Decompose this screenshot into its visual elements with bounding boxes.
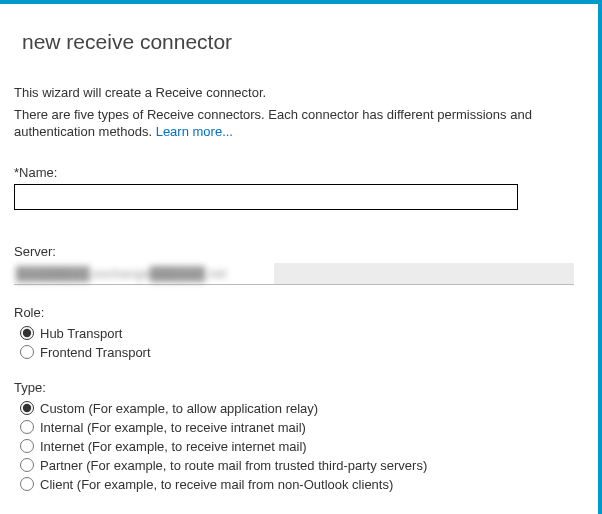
type-radio-client[interactable] (20, 477, 34, 491)
type-radio-internet[interactable] (20, 439, 34, 453)
type-option-custom[interactable]: Custom (For example, to allow applicatio… (20, 401, 574, 416)
type-option-label: Client (For example, to receive mail fro… (40, 477, 393, 492)
page-title: new receive connector (22, 30, 574, 54)
role-radio-frontend-transport[interactable] (20, 345, 34, 359)
type-option-label: Partner (For example, to route mail from… (40, 458, 427, 473)
type-radio-custom[interactable] (20, 401, 34, 415)
server-label: Server: (14, 244, 574, 259)
type-option-label: Internet (For example, to receive intern… (40, 439, 307, 454)
role-radio-group: Hub Transport Frontend Transport (14, 326, 574, 360)
type-radio-internal[interactable] (20, 420, 34, 434)
type-option-internet[interactable]: Internet (For example, to receive intern… (20, 439, 574, 454)
wizard-intro-2: There are five types of Receive connecto… (14, 106, 574, 141)
type-option-partner[interactable]: Partner (For example, to route mail from… (20, 458, 574, 473)
role-radio-hub-transport[interactable] (20, 326, 34, 340)
type-option-client[interactable]: Client (For example, to receive mail fro… (20, 477, 574, 492)
role-group-label: Role: (14, 305, 574, 320)
role-option-label: Frontend Transport (40, 345, 151, 360)
role-option-label: Hub Transport (40, 326, 122, 341)
learn-more-link[interactable]: Learn more... (156, 124, 233, 139)
name-label: *Name: (14, 165, 574, 180)
type-group-label: Type: (14, 380, 574, 395)
type-option-label: Custom (For example, to allow applicatio… (40, 401, 318, 416)
wizard-intro-1: This wizard will create a Receive connec… (14, 84, 574, 102)
type-option-label: Internal (For example, to receive intran… (40, 420, 306, 435)
role-option-frontend-transport[interactable]: Frontend Transport (20, 345, 574, 360)
type-option-internal[interactable]: Internal (For example, to receive intran… (20, 420, 574, 435)
type-radio-group: Custom (For example, to allow applicatio… (14, 401, 574, 492)
wizard-intro-2-text: There are five types of Receive connecto… (14, 107, 532, 140)
name-input[interactable] (14, 184, 518, 210)
server-row: ████████.exchange██████.net (14, 263, 574, 285)
type-radio-partner[interactable] (20, 458, 34, 472)
role-option-hub-transport[interactable]: Hub Transport (20, 326, 574, 341)
server-value: ████████.exchange██████.net (16, 266, 227, 281)
